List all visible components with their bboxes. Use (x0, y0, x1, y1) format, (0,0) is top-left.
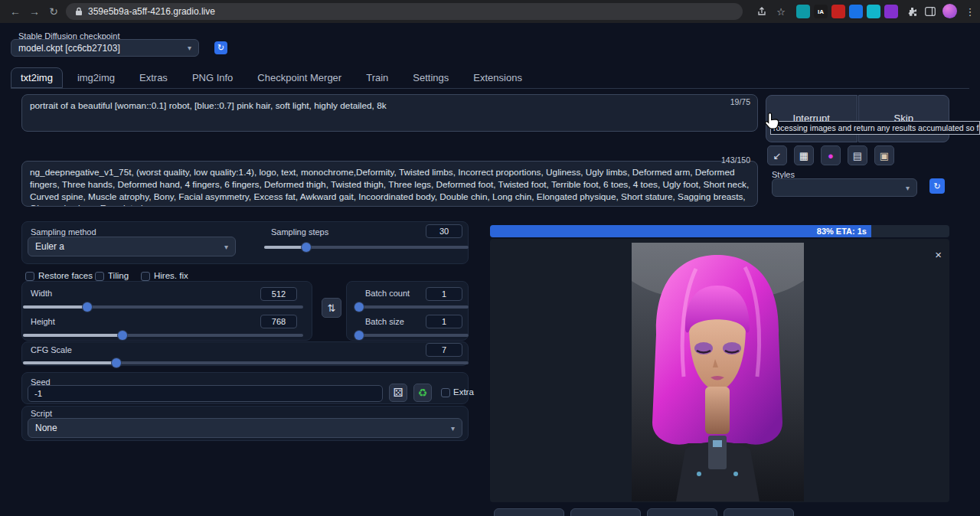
palette-icon[interactable]: ● (821, 145, 841, 165)
cfg-scale-input[interactable] (426, 343, 462, 357)
batch-size-slider[interactable] (356, 330, 469, 341)
slider-handle[interactable] (354, 302, 364, 312)
seed-extra-label: Extra (453, 387, 474, 397)
negative-prompt-textarea[interactable]: ng_deepnegative_v1_75t, (worst quality, … (21, 161, 758, 207)
slider-handle[interactable] (83, 302, 92, 312)
extension-blue-icon[interactable] (849, 5, 863, 18)
generation-progress-bar: 83% ETA: 1s (490, 225, 949, 237)
generated-image-preview[interactable] (632, 243, 804, 501)
refresh-checkpoints-button[interactable]: ↻ (214, 41, 227, 54)
sampling-method-label: Sampling method (31, 227, 96, 237)
tiling-checkbox[interactable] (95, 272, 104, 281)
script-label: Script (31, 409, 52, 418)
random-seed-dice-icon[interactable]: ⚄ (389, 384, 407, 402)
height-slider[interactable] (23, 330, 303, 341)
tab-extras[interactable]: Extras (129, 67, 178, 88)
reuse-seed-recycle-icon[interactable]: ♻ (413, 384, 432, 402)
swap-dimensions-button[interactable]: ⇅ (322, 298, 341, 318)
tab-img2img[interactable]: img2img (67, 67, 125, 88)
extension-ia-icon[interactable]: IA (814, 5, 828, 18)
hires-fix-checkbox[interactable] (141, 272, 150, 281)
browser-toolbar: ← → ↻ 359e5b9a-a5ff-4216.gradio.live ☆ I… (0, 0, 980, 23)
bottom-action-button[interactable] (724, 508, 794, 516)
hires-fix-label: Hires. fix (154, 271, 188, 280)
prompt-token-counter: 19/75 (674, 97, 750, 106)
output-gallery: × (490, 239, 949, 502)
chevron-down-icon: ▾ (224, 243, 228, 251)
browser-reload-button[interactable]: ↻ (44, 2, 63, 21)
browser-menu-icon[interactable]: ⋮ (962, 4, 978, 19)
slider-fill (23, 334, 122, 337)
batch-count-label: Batch count (365, 289, 410, 298)
height-label: Height (31, 317, 55, 326)
bottom-action-button[interactable] (494, 508, 564, 516)
tiling-label: Tiling (108, 271, 129, 280)
slider-handle[interactable] (118, 331, 127, 340)
prompt-textarea[interactable]: portrait of a beautiful [woman::0.1] rob… (21, 94, 758, 132)
bottom-action-button[interactable] (570, 508, 641, 516)
batch-size-input[interactable] (426, 315, 462, 328)
slider-fill (23, 305, 87, 309)
extension-cyan-icon[interactable] (867, 5, 880, 18)
skip-button[interactable]: Skip (858, 95, 950, 142)
seed-extra-checkbox[interactable] (441, 388, 450, 397)
seed-input[interactable] (28, 385, 383, 402)
side-panel-icon[interactable] (923, 4, 938, 19)
slider-fill (264, 246, 306, 249)
bookmark-star-icon[interactable]: ☆ (773, 4, 789, 19)
address-bar[interactable]: 359e5b9a-a5ff-4216.gradio.live (66, 3, 743, 20)
progress-text: 83% ETA: 1s (817, 227, 867, 236)
tab-extensions[interactable]: Extensions (463, 67, 532, 88)
slider-track[interactable] (356, 334, 469, 337)
close-icon[interactable]: × (935, 248, 942, 261)
sampling-method-value: Euler a (35, 241, 64, 252)
slider-handle[interactable] (112, 358, 121, 367)
restore-faces-checkbox[interactable] (25, 272, 34, 281)
main-tabs: txt2img img2img Extras PNG Info Checkpoi… (11, 67, 969, 89)
script-value: None (35, 423, 57, 433)
tab-checkpoint-merger[interactable]: Checkpoint Merger (247, 67, 351, 88)
browser-back-button[interactable]: ← (6, 2, 24, 21)
paste-params-icon[interactable]: ↙ (767, 145, 787, 165)
negative-prompt-token-counter: 143/150 (674, 155, 750, 165)
tab-png-info[interactable]: PNG Info (182, 67, 243, 88)
profile-avatar[interactable] (942, 4, 957, 18)
batch-count-input[interactable] (426, 287, 462, 301)
bottom-action-button[interactable] (647, 508, 717, 516)
interrupt-button[interactable]: Interrupt (766, 95, 858, 142)
width-slider[interactable] (23, 302, 303, 312)
puzzle-extensions-icon[interactable] (904, 4, 920, 19)
chevron-down-icon: ▾ (451, 424, 455, 433)
card-icon[interactable]: ▤ (848, 145, 867, 165)
extension-purple-icon[interactable] (884, 5, 898, 18)
cfg-scale-slider[interactable] (23, 358, 469, 368)
slider-handle[interactable] (354, 331, 364, 340)
grid-art-icon[interactable]: ▦ (794, 145, 814, 165)
save-style-icon[interactable]: ▣ (874, 145, 894, 165)
styles-dropdown[interactable]: ▾ (772, 178, 917, 197)
batch-size-label: Batch size (365, 317, 404, 326)
refresh-styles-button[interactable]: ↻ (929, 178, 945, 194)
extension-teal-icon[interactable] (796, 5, 810, 18)
browser-forward-button[interactable]: → (25, 2, 44, 21)
cfg-scale-label: CFG Scale (31, 345, 72, 354)
chevron-down-icon: ▾ (906, 184, 910, 192)
height-input[interactable] (260, 315, 297, 328)
slider-handle[interactable] (302, 243, 311, 252)
interrupt-tooltip: rocessing images and return any results … (770, 121, 980, 135)
tab-settings[interactable]: Settings (403, 67, 459, 88)
batch-count-slider[interactable] (356, 302, 469, 312)
script-dropdown[interactable]: None ▾ (28, 418, 462, 438)
sampling-method-dropdown[interactable]: Euler a ▾ (28, 237, 236, 256)
extension-red-icon[interactable] (831, 5, 845, 18)
checkpoint-dropdown[interactable]: model.ckpt [cc6cb27103] ▾ (11, 39, 199, 57)
share-icon[interactable] (754, 4, 769, 19)
sampling-steps-input[interactable] (426, 224, 462, 238)
width-input[interactable] (260, 287, 297, 301)
sampling-steps-slider[interactable] (264, 242, 469, 253)
tab-txt2img[interactable]: txt2img (11, 67, 63, 88)
slider-track[interactable] (356, 305, 469, 309)
progress-fill: 83% ETA: 1s (490, 225, 871, 237)
tab-train[interactable]: Train (356, 67, 398, 88)
restore-faces-label: Restore faces (38, 271, 93, 280)
